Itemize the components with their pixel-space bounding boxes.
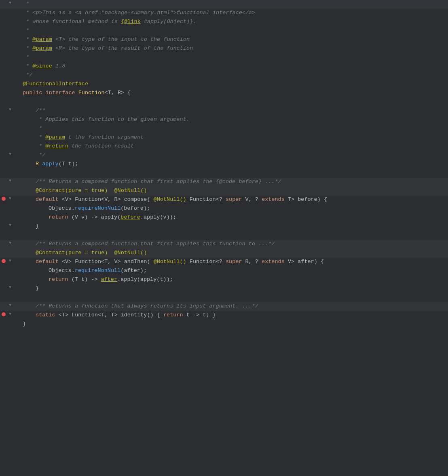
token: <T, T> xyxy=(98,312,118,318)
fold-icon[interactable]: ▼ xyxy=(9,196,11,202)
fold-slot: ▼ xyxy=(7,240,13,246)
token: static xyxy=(36,312,55,318)
token: /** Returns a composed function that fir… xyxy=(36,179,281,185)
token: public xyxy=(23,90,42,96)
code-line: * <p>This is a <a href="package-summary.… xyxy=(0,9,448,18)
token: identity() { xyxy=(118,312,163,318)
token: after xyxy=(101,276,118,282)
token: */ xyxy=(23,72,32,78)
code-line: @Contract(pure = true) @NotNull() xyxy=(0,187,448,196)
token: * xyxy=(23,45,32,51)
token: <T, R> xyxy=(105,90,125,96)
token: super xyxy=(226,259,242,265)
code-line: return (T t) -> after.apply(apply(t)); xyxy=(0,276,448,284)
token: } xyxy=(36,285,39,291)
token: Function xyxy=(186,196,216,202)
breakpoint-icon xyxy=(2,312,6,316)
token: /** xyxy=(36,107,45,114)
token xyxy=(42,90,46,96)
code-line: * xyxy=(0,53,448,62)
code-line: * @param t the function argument xyxy=(0,133,448,142)
code-line: ▼/** xyxy=(0,107,448,116)
fold-icon[interactable]: ▼ xyxy=(9,107,11,113)
line-content: } xyxy=(23,222,448,231)
token: extends xyxy=(262,259,285,265)
gutter-indicator xyxy=(2,312,6,316)
token: requireNonNull xyxy=(75,267,120,274)
token: * xyxy=(23,27,29,34)
fold-icon[interactable]: ▼ xyxy=(9,258,11,264)
token: <? xyxy=(216,196,226,202)
line-content: * xyxy=(23,0,448,8)
token: <p> xyxy=(32,10,42,16)
token: Function xyxy=(186,259,216,265)
token: * whose functional method is xyxy=(23,19,121,25)
fold-icon[interactable]: ▼ xyxy=(9,222,11,229)
code-line: } xyxy=(0,320,448,329)
gutter-area: ▼ xyxy=(0,107,23,113)
token: @since xyxy=(32,63,52,69)
line-content: @Contract(pure = true) @NotNull() xyxy=(23,187,448,195)
code-line: * @param <T> the type of the input to th… xyxy=(0,36,448,44)
code-line: * whose functional method is {@link #app… xyxy=(0,18,448,27)
token: functional interface xyxy=(177,10,242,16)
code-line: ▼/** Returns a composed function that fi… xyxy=(0,240,448,249)
code-line xyxy=(0,169,448,178)
code-line: return (V v) -> apply(before.apply(v)); xyxy=(0,213,448,222)
gutter-area: ▼ xyxy=(0,222,23,229)
fold-icon[interactable]: ▼ xyxy=(9,311,11,318)
code-line: @Contract(pure = true) @NotNull() xyxy=(0,249,448,258)
code-line: * @param <R> the type of the result of t… xyxy=(0,44,448,53)
line-content xyxy=(23,231,448,240)
fold-icon[interactable]: ▼ xyxy=(9,151,11,158)
line-content: * @param t the function argument xyxy=(23,133,448,142)
fold-icon[interactable]: ▼ xyxy=(9,302,11,309)
token: default xyxy=(36,259,59,265)
code-line: * @return the function result xyxy=(0,142,448,151)
code-line: R apply(T t); xyxy=(0,160,448,169)
fold-icon[interactable]: ▼ xyxy=(9,240,11,246)
token: @param xyxy=(32,45,52,51)
line-content: * xyxy=(23,27,448,35)
code-line xyxy=(0,98,448,107)
token: * Applies this function to the given arg… xyxy=(36,116,190,122)
token: Objects. xyxy=(49,267,75,274)
gutter-indicator xyxy=(2,259,6,263)
token: Objects. xyxy=(49,205,75,211)
line-content: * xyxy=(23,53,448,62)
token: /** Returns a composed function that fir… xyxy=(36,241,275,247)
token: return xyxy=(49,214,68,220)
gutter-area: ▼ xyxy=(0,258,23,264)
line-content: } xyxy=(23,284,448,293)
code-line xyxy=(0,231,448,240)
token: R xyxy=(36,161,39,167)
token: * xyxy=(23,1,32,7)
token: default xyxy=(36,196,59,202)
token: before xyxy=(120,214,140,220)
line-content: /** Returns a composed function that fir… xyxy=(23,240,448,249)
token: return xyxy=(163,312,183,318)
token xyxy=(39,161,42,167)
line-content: } xyxy=(23,320,448,329)
breakpoint-icon xyxy=(2,197,6,201)
line-content: @Contract(pure = true) @NotNull() xyxy=(23,249,448,257)
gutter-area: ▼ xyxy=(0,240,23,246)
fold-icon[interactable]: ▼ xyxy=(9,178,11,184)
token: * xyxy=(36,143,45,149)
fold-icon[interactable]: ▼ xyxy=(9,0,11,6)
token: (V v) -> apply( xyxy=(68,214,121,220)
token: (after); xyxy=(120,267,147,274)
token: V> xyxy=(285,259,294,265)
fold-slot: ▼ xyxy=(7,196,13,202)
fold-icon[interactable]: ▼ xyxy=(9,284,11,291)
token: This is a xyxy=(42,10,75,16)
token: requireNonNull xyxy=(75,205,120,211)
token: (T t) -> xyxy=(68,276,101,282)
line-content: /** xyxy=(23,107,448,115)
line-content: * Applies this function to the given arg… xyxy=(23,116,448,124)
token: (T t); xyxy=(59,161,78,167)
fold-slot: ▼ xyxy=(7,222,13,229)
line-content: * whose functional method is {@link #app… xyxy=(23,18,448,26)
code-line: Objects.requireNonNull(after); xyxy=(0,267,448,276)
token: * xyxy=(23,36,32,42)
